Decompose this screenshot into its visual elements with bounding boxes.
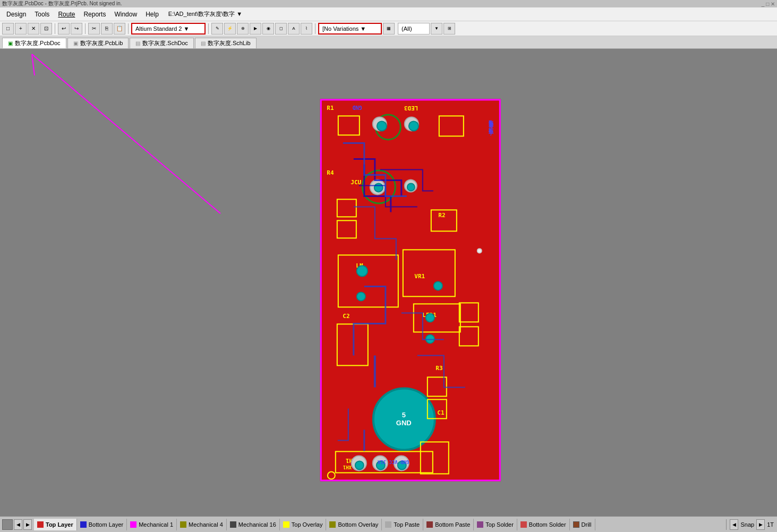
toolbar-redo[interactable]: ↪ <box>71 23 82 35</box>
variations-dropdown[interactable]: [No Variations ▼ <box>318 23 382 35</box>
r1-label: R1 <box>327 105 334 111</box>
tab-schdoc-icon: ▤ <box>135 40 140 46</box>
small-pad <box>476 248 482 253</box>
layer-bottom-overlay[interactable]: Bottom Overlay <box>326 519 382 530</box>
top-overlay-label: Top Overlay <box>292 521 323 528</box>
menu-help[interactable]: Help <box>141 10 163 19</box>
tab-pcblib[interactable]: ▣ 数字灰度.PcbLib <box>67 38 129 48</box>
mech1-label: Mechanical 1 <box>139 521 173 528</box>
layer-top-solder[interactable]: Top Solder <box>474 519 517 530</box>
status-left-controls: ◀ ▶ <box>0 517 34 532</box>
toolbar-btn-y[interactable]: ⚡ <box>224 23 236 35</box>
menu-tools[interactable]: Tools <box>30 10 54 19</box>
toolbar-btn-s[interactable]: ⌇ <box>301 23 312 35</box>
pcb-board[interactable]: GND R1 LED3 数字灰度 数字 R4 JCU <box>320 99 500 481</box>
pad-led1-1 <box>425 313 434 322</box>
title-bar: 数字灰度.PcbDoc - 数字灰度.PrjPcb. Not signed in… <box>0 0 777 7</box>
gnd-text: GND <box>396 419 412 427</box>
menu-window[interactable]: Window <box>110 10 141 19</box>
mech16-label: Mechanical 16 <box>238 521 276 528</box>
tab-schlib-icon: ▤ <box>201 40 206 46</box>
snap-left[interactable]: ◀ <box>730 519 738 530</box>
xh1-bottom: XH1 <box>343 465 351 470</box>
toolbar-cut[interactable]: ✂ <box>88 23 100 35</box>
svg-line-1 <box>32 54 35 75</box>
menu-reports[interactable]: Reports <box>79 10 110 19</box>
layer-top[interactable]: Top Layer <box>34 519 77 530</box>
snap-label: Snap <box>740 521 754 528</box>
drill-label: Drill <box>582 521 592 528</box>
sep3 <box>128 23 129 34</box>
all-dropdown[interactable]: (All) <box>398 23 430 35</box>
toolbar-btn-w[interactable]: ▶ <box>250 23 261 35</box>
tab-schlib[interactable]: ▤ 数字灰度.SchLib <box>195 38 257 48</box>
comp-right-1 <box>458 302 479 322</box>
toolbar-btn-t[interactable]: A <box>288 23 300 35</box>
main-canvas[interactable]: GND R1 LED3 数字灰度 数字 R4 JCU <box>0 49 777 516</box>
layer-mech16[interactable]: Mechanical 16 <box>227 519 280 530</box>
toolbar-btn-4[interactable]: ⊡ <box>40 23 52 35</box>
file-path: E:\AD_tent\数字灰度\数字 ▼ <box>168 10 242 18</box>
toolbar-copy[interactable]: ⎘ <box>101 23 113 35</box>
r3-outline-1 <box>426 376 447 397</box>
scheme-dropdown[interactable]: Altium Standard 2 ▼ <box>131 23 206 35</box>
toolbar-btn-1[interactable]: □ <box>2 23 14 35</box>
variations-label: [No Variations ▼ <box>322 25 366 32</box>
pad-lm-2 <box>356 291 365 301</box>
pad-lm-1 <box>356 265 368 277</box>
led1-outline <box>413 303 460 332</box>
gnd-label-top: GND <box>352 105 362 110</box>
tab-schdoc[interactable]: ▤ 数字灰度.SchDoc <box>130 38 194 48</box>
menu-route[interactable]: Route <box>54 10 79 19</box>
toolbar-filter2[interactable]: ⊞ <box>443 23 455 35</box>
toolbar-filter1[interactable]: ▼ <box>431 23 442 35</box>
pcb-board-container[interactable]: GND R1 LED3 数字灰度 数字 R4 JCU <box>320 99 500 481</box>
r4-label: R4 <box>327 169 334 176</box>
layer-mech4[interactable]: Mechanical 4 <box>177 519 227 530</box>
comp-left-2 <box>336 220 356 238</box>
vr1-outline <box>402 249 455 297</box>
bottom-overlay-color <box>329 521 336 528</box>
toolbar-btn-3[interactable]: ✕ <box>28 23 39 35</box>
menu-bar: Design Tools Route Reports Window Help E… <box>0 7 777 21</box>
blank-indicator <box>2 519 13 530</box>
snap-right[interactable]: ▶ <box>756 519 765 530</box>
toolbar-btn-2[interactable]: + <box>15 23 27 35</box>
toolbar-btn-z[interactable]: ⊕ <box>237 23 249 35</box>
layer-bottom[interactable]: Bottom Layer <box>77 519 127 530</box>
snap-value: 1T <box>767 521 774 528</box>
top-paste-color <box>385 521 391 528</box>
layer-bottom-paste[interactable]: Bottom Paste <box>423 519 474 530</box>
top-layer-label: Top Layer <box>46 521 73 528</box>
toolbar-comp[interactable]: ▦ <box>383 23 395 35</box>
top-solder-label: Top Solder <box>485 521 514 528</box>
drill-color <box>573 521 579 528</box>
layer-mech1[interactable]: Mechanical 1 <box>127 519 177 530</box>
scroll-right[interactable]: ▶ <box>23 519 32 530</box>
tab-pcbdoc[interactable]: ▣ 数字灰度.PcbDoc <box>2 38 66 48</box>
toolbar-btn-u[interactable]: ◻ <box>275 23 287 35</box>
layer-drill[interactable]: Drill <box>570 519 595 530</box>
toolbar-paste[interactable]: 📋 <box>114 23 125 35</box>
top-overlay-color <box>283 521 289 528</box>
menu-design[interactable]: Design <box>2 10 30 19</box>
layer-tabs: Top Layer Bottom Layer Mechanical 1 Mech… <box>34 517 726 532</box>
bottom-solder-color <box>520 521 527 528</box>
bottom-paste-label: Bottom Paste <box>435 521 470 528</box>
layer-top-overlay[interactable]: Top Overlay <box>280 519 327 530</box>
toolbar-btn-v[interactable]: ◉ <box>262 23 274 35</box>
sep4 <box>208 23 209 34</box>
c2-outline <box>336 323 368 366</box>
layer-top-paste[interactable]: Top Paste <box>382 519 423 530</box>
gnd-bottom: GND VCC 31X <box>377 459 409 465</box>
led3-label: LED3 <box>404 105 418 111</box>
layer-bottom-solder[interactable]: Bottom Solder <box>517 519 570 530</box>
comp-right-2 <box>458 326 479 346</box>
toolbar-btn-x[interactable]: ✎ <box>211 23 223 35</box>
r1-outline <box>337 115 360 135</box>
bottom-layer-label: Bottom Layer <box>89 521 123 528</box>
toolbar-undo[interactable]: ↩ <box>58 23 70 35</box>
title-text: 数字灰度.PcbDoc - 数字灰度.PrjPcb. Not signed in… <box>2 0 122 7</box>
all-label: (All) <box>402 25 412 32</box>
scroll-left[interactable]: ◀ <box>14 519 22 530</box>
